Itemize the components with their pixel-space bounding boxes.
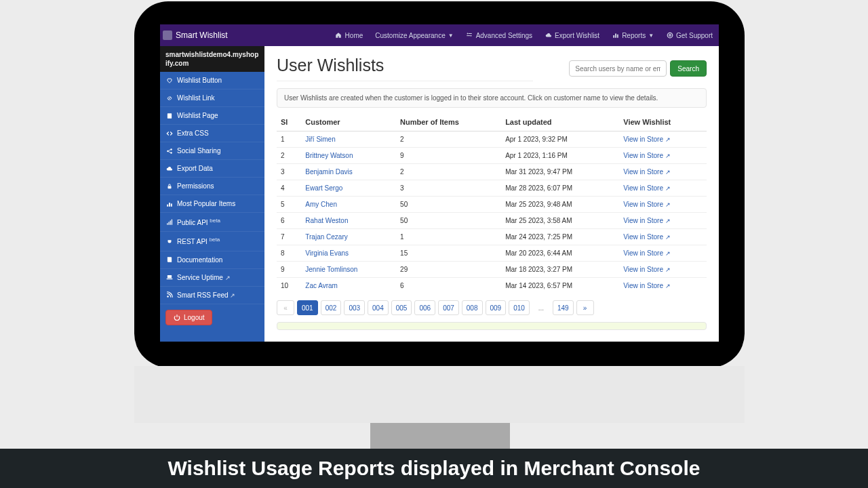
view-in-store-link[interactable]: View in Store↗	[623, 266, 671, 273]
sidebar-item-social-sharing[interactable]: Social Sharing	[160, 142, 264, 160]
footer-strip	[277, 322, 707, 330]
nav-label: Home	[345, 32, 363, 39]
customer-link[interactable]: Amy Chen	[305, 201, 337, 208]
sidebar-item-most-popular-items[interactable]: Most Popular Items	[160, 195, 264, 213]
view-in-store-link[interactable]: View in Store↗	[623, 217, 671, 224]
table-row: 3Benjamin Davis2Mar 31 2023, 9:47 PMView…	[277, 164, 707, 180]
page-009[interactable]: 009	[486, 300, 507, 315]
sidebar-item-documentation[interactable]: Documentation	[160, 251, 264, 269]
power-icon	[173, 314, 180, 321]
svg-point-11	[170, 148, 172, 150]
sidebar-item-public-api[interactable]: Public API beta	[160, 213, 264, 232]
nav-reports[interactable]: Reports ▼	[606, 32, 660, 39]
svg-rect-4	[613, 35, 614, 38]
external-link-icon: ↗	[665, 218, 671, 224]
logout-button[interactable]: Logout	[165, 310, 212, 325]
sidebar-item-label: Wishlist Link	[177, 94, 215, 102]
sidebar-item-wishlist-button[interactable]: Wishlist Button	[160, 72, 264, 89]
view-in-store-link[interactable]: View in Store↗	[623, 152, 671, 159]
logout-label: Logout	[184, 314, 205, 321]
nav-export[interactable]: Export Wishlist	[538, 32, 606, 39]
customer-link[interactable]: Trajan Cezary	[305, 233, 347, 241]
table-row: 10Zac Avram6Mar 14 2023, 6:57 PMView in …	[277, 278, 707, 294]
sidebar-item-label: Wishlist Button	[177, 77, 222, 84]
search-input[interactable]	[569, 60, 667, 77]
sidebar-item-smart-rss-feed[interactable]: Smart RSS Feed ↗	[160, 287, 264, 304]
table-row: 5Amy Chen50Mar 25 2023, 9:48 AMView in S…	[277, 197, 707, 213]
plug-icon	[165, 237, 173, 245]
page-003[interactable]: 003	[344, 300, 365, 315]
lock-icon	[165, 182, 173, 190]
sidebar-item-wishlist-link[interactable]: Wishlist Link	[160, 89, 264, 107]
external-link-icon: ↗	[665, 283, 671, 289]
table-row: 6Rahat Weston50Mar 25 2023, 3:58 AMView …	[277, 213, 707, 229]
link-icon	[165, 94, 173, 102]
customer-link[interactable]: Brittney Watson	[305, 152, 353, 159]
customer-link[interactable]: Zac Avram	[305, 282, 338, 289]
svg-rect-14	[167, 204, 168, 206]
nav-advanced[interactable]: Advanced Settings	[460, 32, 538, 39]
table-row: 2Brittney Watson9Apr 1 2023, 1:16 PMView…	[277, 148, 707, 164]
view-in-store-link[interactable]: View in Store↗	[623, 249, 671, 257]
view-in-store-link[interactable]: View in Store↗	[623, 136, 671, 143]
app-screen: Smart Wishlist Home Customize Appearance…	[160, 24, 719, 342]
page-004[interactable]: 004	[368, 300, 389, 315]
customer-link[interactable]: Rahat Weston	[305, 217, 348, 224]
brand[interactable]: Smart Wishlist	[160, 30, 233, 40]
cell-updated: Apr 1 2023, 9:32 PM	[501, 131, 619, 148]
chart-icon	[165, 200, 173, 207]
customer-link[interactable]: Benjamin Davis	[305, 168, 352, 176]
svg-rect-6	[617, 35, 618, 38]
cell-updated: Mar 28 2023, 6:07 PM	[501, 180, 619, 197]
sidebar-item-export-data[interactable]: Export Data	[160, 160, 264, 178]
view-in-store-link[interactable]: View in Store↗	[623, 184, 671, 192]
svg-rect-16	[170, 203, 172, 206]
page-008[interactable]: 008	[462, 300, 483, 315]
nav-support[interactable]: Get Support	[660, 32, 719, 39]
cell-sl: 6	[277, 213, 301, 229]
view-in-store-link[interactable]: View in Store↗	[623, 233, 671, 241]
page-007[interactable]: 007	[438, 300, 459, 315]
svg-point-7	[667, 33, 673, 38]
page-006[interactable]: 006	[414, 300, 435, 315]
customer-link[interactable]: Virginia Evans	[305, 249, 349, 257]
cloud-download-icon	[545, 32, 552, 39]
view-in-store-link[interactable]: View in Store↗	[623, 201, 671, 208]
chevron-down-icon: ▼	[648, 33, 654, 39]
search-button[interactable]: Search	[670, 60, 707, 77]
page-010[interactable]: 010	[509, 300, 530, 315]
customer-link[interactable]: Ewart Sergo	[305, 184, 342, 192]
nav-home[interactable]: Home	[329, 32, 370, 39]
page-next[interactable]: »	[576, 300, 594, 315]
caption-bar: Wishlist Usage Reports displayed in Merc…	[0, 449, 868, 488]
page-prev[interactable]: «	[277, 300, 294, 315]
svg-rect-19	[170, 220, 170, 224]
sidebar-item-label: Permissions	[177, 182, 214, 190]
cell-updated: Mar 25 2023, 3:58 AM	[501, 213, 619, 229]
cell-updated: Mar 24 2023, 7:25 PM	[501, 229, 619, 245]
page-149[interactable]: 149	[553, 300, 574, 315]
sidebar-item-permissions[interactable]: Permissions	[160, 178, 264, 195]
view-in-store-link[interactable]: View in Store↗	[623, 168, 671, 176]
customer-link[interactable]: Jiří Simen	[305, 136, 335, 143]
external-link-icon: ↗	[665, 266, 671, 273]
sidebar-item-extra-css[interactable]: Extra CSS	[160, 125, 264, 142]
page-001[interactable]: 001	[297, 300, 318, 315]
page-002[interactable]: 002	[321, 300, 342, 315]
view-in-store-link[interactable]: View in Store↗	[623, 282, 671, 289]
pagination: «001002003004005006007008009010...149»	[277, 300, 707, 315]
sidebar-item-rest-api[interactable]: REST API beta	[160, 232, 264, 251]
sidebar-item-label: Extra CSS	[177, 129, 209, 137]
nav-label: Get Support	[676, 32, 713, 39]
sidebar-item-wishlist-page[interactable]: Wishlist Page	[160, 107, 264, 125]
customer-link[interactable]: Jennie Tomlinson	[305, 266, 357, 273]
book-icon	[165, 256, 173, 264]
svg-point-12	[170, 152, 172, 154]
nav-customize[interactable]: Customize Appearance ▼	[369, 32, 459, 39]
svg-point-2	[471, 35, 472, 37]
cell-items: 50	[396, 213, 501, 229]
heart-icon	[165, 77, 173, 84]
sidebar-item-service-uptime[interactable]: Service Uptime ↗	[160, 269, 264, 287]
svg-rect-21	[167, 275, 171, 278]
page-005[interactable]: 005	[391, 300, 412, 315]
